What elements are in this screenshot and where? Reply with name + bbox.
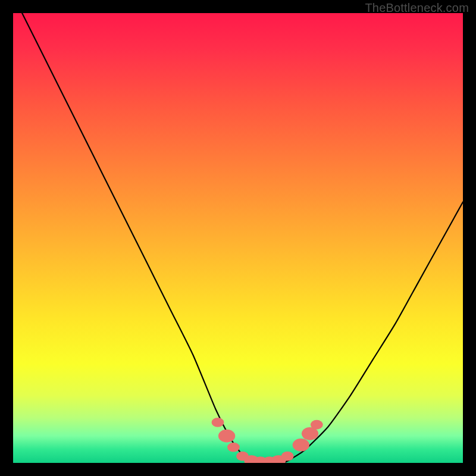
curve-marker — [311, 420, 323, 430]
plot-area — [13, 13, 463, 463]
curve-marker — [281, 452, 294, 461]
chart-frame: TheBottleneck.com — [0, 0, 476, 476]
curve-layer — [13, 13, 463, 463]
curve-marker — [212, 418, 224, 427]
curve-marker — [293, 439, 309, 452]
bottleneck-curve — [22, 13, 463, 463]
curve-markers — [212, 418, 323, 463]
curve-marker — [227, 443, 240, 452]
curve-marker — [218, 430, 235, 443]
attribution-label: TheBottleneck.com — [365, 1, 469, 15]
